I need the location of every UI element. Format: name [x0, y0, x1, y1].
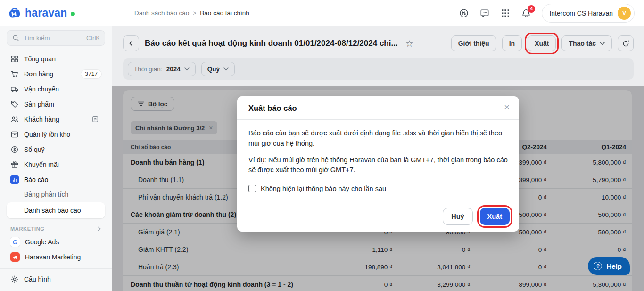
cash-icon — [10, 145, 19, 154]
breadcrumb: Danh sách báo cáo > Báo cáo tài chính — [134, 9, 249, 17]
sidebar-subitem-label: Danh sách báo cáo — [24, 207, 81, 214]
granularity-dropdown[interactable]: Quý — [201, 62, 235, 76]
sidebar-item-label: Khách hàng — [24, 116, 59, 123]
inventory-icon — [10, 130, 19, 139]
sidebar-item-san-pham[interactable]: Sản phẩm — [7, 97, 105, 112]
modal-paragraph: Báo cáo của bạn sẽ được xuất dưới định d… — [248, 128, 508, 149]
google-icon: G — [10, 237, 20, 247]
sidebar-item-label: Sổ quỹ — [24, 146, 45, 153]
dont-show-again-checkbox[interactable] — [248, 185, 256, 192]
sidebar-item-khach-hang[interactable]: Khách hàng — [7, 112, 105, 127]
sidebar-section-marketing[interactable]: MARKETING — [10, 226, 101, 232]
intro-button[interactable]: Giới thiệu — [451, 35, 496, 51]
chevron-down-icon — [184, 67, 190, 71]
sidebar-item-bao-cao[interactable]: Báo cáo — [7, 172, 105, 187]
refresh-button[interactable] — [618, 35, 634, 51]
feedback-icon[interactable] — [479, 8, 490, 18]
time-filter-label: Thời gian: — [134, 66, 163, 73]
avatar: V — [618, 7, 631, 20]
export-button[interactable]: Xuất — [528, 35, 556, 51]
time-filter-dropdown[interactable]: Thời gian: 2024 — [128, 62, 196, 76]
breadcrumb-separator: > — [193, 10, 196, 17]
modal-header: Xuất báo cáo × — [237, 96, 519, 120]
sidebar-subitem-label: Bảng phân tích — [24, 191, 68, 198]
page-title: Báo cáo kết quả hoạt động kinh doanh 01/… — [145, 39, 398, 48]
chevron-down-icon — [600, 42, 605, 45]
haravan-marketing-icon — [10, 252, 20, 262]
sidebar-subitem-bang-phan-tich[interactable]: Bảng phân tích — [7, 187, 105, 201]
actions-dropdown[interactable]: Thao tác — [561, 35, 612, 51]
sidebar-item-label: Vận chuyển — [24, 85, 59, 93]
modal-title: Xuất báo cáo — [248, 104, 297, 112]
sidebar-item-label: Haravan Marketing — [25, 253, 81, 261]
sidebar-item-haravan-marketing[interactable]: Haravan Marketing — [7, 249, 105, 265]
search-shortcut: CtrlK — [86, 34, 100, 42]
help-button[interactable]: ? Help — [588, 257, 630, 275]
actions-label: Thao tác — [569, 40, 596, 47]
modal-footer: Huỷ Xuất — [237, 201, 519, 232]
sidebar: CtrlK Tổng quan Đơn hàng 3717 Vận chuyển… — [0, 26, 112, 291]
page-header: Báo cáo kết quả hoạt động kinh doanh 01/… — [112, 26, 644, 58]
haravan-bag-icon — [8, 6, 22, 20]
sidebar-item-so-quy[interactable]: Sổ quỹ — [7, 142, 105, 157]
chevron-down-icon — [223, 67, 229, 71]
print-button[interactable]: In — [502, 35, 522, 51]
logo-text: haravan — [25, 7, 67, 19]
gear-icon — [10, 275, 19, 283]
status-green-dot — [71, 12, 75, 16]
account-menu[interactable]: Intercom CS Haravan V — [542, 4, 635, 23]
cancel-button[interactable]: Huỷ — [443, 208, 472, 225]
promotion-icon — [10, 160, 19, 169]
tag-icon — [10, 100, 19, 108]
account-name: Intercom CS Haravan — [549, 9, 613, 17]
modal-body: Báo cáo của bạn sẽ được xuất dưới định d… — [237, 120, 519, 183]
sidebar-divider — [0, 268, 112, 269]
truck-icon — [10, 85, 19, 93]
topbar: haravan Danh sách báo cáo > Báo cáo tài … — [0, 0, 644, 26]
star-icon[interactable]: ☆ — [405, 38, 413, 49]
sidebar-item-google-ads[interactable]: G Google Ads — [7, 234, 105, 249]
close-icon[interactable]: × — [504, 102, 510, 112]
back-button[interactable] — [123, 35, 139, 51]
haravan-logo[interactable]: haravan — [0, 6, 112, 20]
cart-icon — [10, 70, 19, 78]
sidebar-item-label: Google Ads — [25, 238, 59, 246]
section-label: MARKETING — [10, 226, 45, 232]
chevron-right-icon — [97, 226, 101, 231]
search-input[interactable] — [24, 34, 75, 42]
report-icon — [10, 175, 19, 184]
sidebar-item-khuyen-mai[interactable]: Khuyến mãi — [7, 157, 105, 172]
popout-icon[interactable] — [89, 114, 101, 125]
sidebar-item-label: Cấu hình — [24, 275, 51, 283]
export-modal: Xuất báo cáo × Báo cáo của bạn sẽ được x… — [237, 96, 519, 232]
filter-strip: Thời gian: 2024 Quý — [123, 58, 634, 80]
sidebar-item-cau-hinh[interactable]: Cấu hình — [7, 272, 105, 287]
sidebar-item-label: Quản lý tồn kho — [24, 131, 70, 138]
search-icon — [12, 34, 20, 42]
sidebar-item-tong-quan[interactable]: Tổng quan — [7, 51, 105, 67]
sidebar-item-don-hang[interactable]: Đơn hàng 3717 — [7, 67, 105, 82]
sidebar-item-van-chuyen[interactable]: Vận chuyển — [7, 82, 105, 97]
time-filter-value: 2024 — [166, 66, 181, 73]
orders-count-badge: 3717 — [81, 70, 101, 78]
breadcrumb-current: Báo cáo tài chính — [200, 9, 249, 17]
help-label: Help — [606, 262, 622, 270]
sidebar-subitem-danh-sach-bao-cao[interactable]: Danh sách báo cáo — [7, 202, 105, 218]
apps-grid-icon[interactable] — [500, 8, 511, 18]
dashboard-icon — [10, 55, 19, 63]
confirm-export-button[interactable]: Xuất — [480, 208, 510, 225]
sidebar-item-label: Sản phẩm — [24, 100, 54, 108]
breadcrumb-parent[interactable]: Danh sách báo cáo — [134, 9, 189, 17]
sidebar-search[interactable]: CtrlK — [7, 30, 105, 46]
customers-icon — [10, 115, 19, 124]
sidebar-item-label: Khuyến mãi — [24, 161, 59, 168]
question-mark-icon: ? — [594, 262, 602, 270]
sidebar-item-label: Đơn hàng — [24, 70, 53, 78]
sidebar-item-label: Tổng quan — [24, 55, 56, 63]
checkbox-label: Không hiện lại thông báo này cho lần sau — [261, 185, 386, 192]
dont-show-again-row: Không hiện lại thông báo này cho lần sau — [237, 183, 519, 201]
modal-paragraph: Ví dụ: Nếu múi giờ trên hệ thống Haravan… — [248, 155, 508, 176]
bell-icon[interactable]: 4 — [521, 8, 531, 18]
sync-icon[interactable] — [459, 8, 469, 18]
sidebar-item-quan-ly-ton-kho[interactable]: Quản lý tồn kho — [7, 127, 105, 142]
